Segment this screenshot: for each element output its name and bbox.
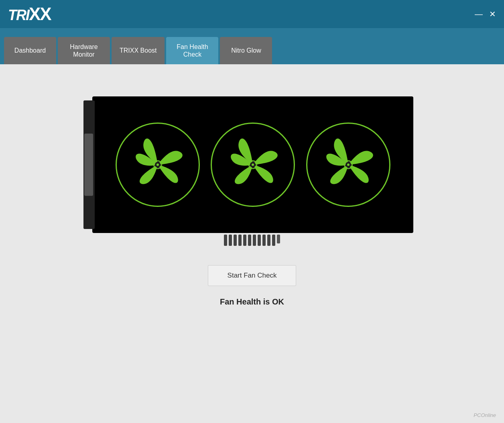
gpu-illustration — [83, 88, 421, 241]
svg-point-5 — [252, 163, 254, 166]
window-controls: — ✕ — [475, 10, 496, 18]
pcie-pin — [238, 235, 242, 246]
logo-text: TRIXX — [8, 4, 51, 24]
logo-tri: TRI — [8, 7, 29, 23]
pcie-pin — [267, 235, 270, 246]
pcie-pin — [224, 235, 227, 246]
fan-3-blades — [310, 127, 386, 203]
fan-2 — [211, 123, 295, 207]
pcie-pin — [258, 235, 261, 246]
health-status: Fan Health is OK — [220, 297, 284, 307]
pcie-pin — [262, 235, 266, 246]
fan-3 — [306, 123, 390, 207]
tab-dashboard[interactable]: Dashboard — [4, 37, 56, 64]
tab-fan-health-check[interactable]: Fan HealthCheck — [166, 37, 218, 64]
svg-point-2 — [156, 163, 159, 166]
fan-1-blades — [120, 127, 196, 203]
fan-2-blades — [215, 127, 291, 203]
pcie-pin — [248, 235, 251, 246]
start-fan-check-button[interactable]: Start Fan Check — [208, 265, 296, 286]
main-content: Start Fan Check Fan Health is OK — [0, 64, 504, 423]
titlebar: TRIXX — ✕ — [0, 0, 504, 28]
pcie-connector — [224, 235, 280, 246]
pcie-pin — [272, 235, 275, 246]
fans-row — [92, 96, 413, 233]
fan-1 — [116, 123, 200, 207]
pcie-pin — [234, 235, 237, 246]
tab-trixx-boost[interactable]: TRIXX Boost — [112, 37, 165, 64]
svg-point-8 — [347, 163, 350, 166]
app-logo: TRIXX — [8, 4, 51, 24]
pcie-pin — [229, 235, 232, 246]
gpu-side-connector — [83, 100, 95, 229]
pcie-pin — [277, 235, 280, 243]
logo-xx: XX — [29, 4, 51, 24]
close-button[interactable]: ✕ — [489, 10, 496, 18]
tab-nitro-glow[interactable]: Nitro Glow — [220, 37, 272, 64]
gpu-body — [92, 96, 413, 233]
pcie-pin — [253, 235, 256, 246]
watermark: PCOnline — [474, 412, 496, 418]
pcie-pin — [243, 235, 246, 246]
tab-bar: Dashboard HardwareMonitor TRIXX Boost Fa… — [0, 28, 504, 64]
minimize-button[interactable]: — — [475, 10, 483, 18]
tab-hardware-monitor[interactable]: HardwareMonitor — [58, 37, 110, 64]
